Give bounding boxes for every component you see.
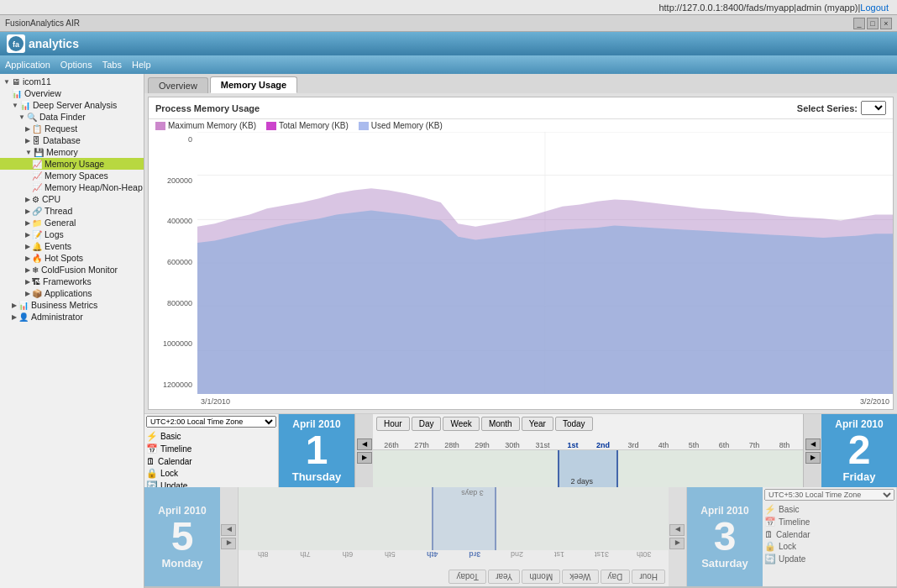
nav-month[interactable]: Month (481, 417, 520, 431)
sidebar-item-data-finder[interactable]: ▼ 🔍 Data Finder (0, 111, 144, 123)
sidebar-item-database[interactable]: ▶ 🗄 Database (0, 134, 144, 146)
sidebar-item-thread[interactable]: ▶ 🔗 Thread (0, 205, 144, 217)
air-title-bar: FusionAnalytics AIR _ □ × (0, 15, 897, 32)
nav-hour[interactable]: Hour (376, 417, 410, 431)
sidebar-label: Memory Heap/Non-Heap Summary (45, 182, 144, 192)
nav-week[interactable]: Week (443, 417, 479, 431)
sidebar-item-business-metrics[interactable]: ▶ 📊 Business Metrics (0, 299, 144, 311)
maximize-button[interactable]: □ (867, 18, 879, 29)
second-tool-update[interactable]: 🔄Update (764, 553, 894, 565)
timeline-bar-area[interactable]: 2 days (373, 450, 803, 487)
second-tool-lock[interactable]: 🔒Lock (764, 540, 894, 553)
logo-icon: fa (7, 34, 25, 53)
logout-link[interactable]: Logout (860, 3, 889, 13)
tick-31: 31st (527, 441, 558, 449)
close-button[interactable]: × (880, 18, 892, 29)
second-scroll-left[interactable]: ◀ (670, 538, 685, 549)
window-controls[interactable]: _ □ × (853, 18, 892, 29)
scroll-arrows-left[interactable]: ◀ ▶ (354, 414, 373, 487)
tool-calendar[interactable]: 🗓 Calendar (146, 455, 276, 467)
tool-lock[interactable]: 🔒 Lock (146, 467, 276, 480)
y-label-200000: 200000 (150, 176, 196, 185)
timezone-selector[interactable]: UTC+2:00 Local Time Zone (146, 416, 276, 428)
second-bar-area[interactable]: 3 days (239, 487, 669, 550)
scroll-right-arrow[interactable]: ▶ (357, 452, 372, 464)
second-range[interactable] (432, 487, 496, 550)
sidebar-label: Overview (24, 88, 61, 98)
sidebar-item-request[interactable]: ▶ 📋 Request (0, 123, 144, 134)
tab-overview[interactable]: Overview (148, 77, 208, 93)
second-scroll-right2[interactable]: ◀ (222, 538, 237, 549)
select-series-label: Select Series: (797, 103, 858, 113)
sidebar-item-frameworks[interactable]: ▶ 🏗 Frameworks (0, 276, 144, 287)
sidebar-label: Administrator (31, 312, 83, 322)
second-nav-today[interactable]: Today (448, 570, 486, 584)
second-nav-week[interactable]: Week (562, 570, 598, 584)
sidebar-item-memory-heap[interactable]: 📈 Memory Heap/Non-Heap Summary (0, 181, 144, 193)
second-nav-year[interactable]: Year (488, 570, 520, 584)
second-cal-left-dayname: Saturday (701, 557, 748, 570)
sidebar-item-events[interactable]: ▶ 🔔 Events (0, 240, 144, 252)
second-scroll-right[interactable]: ▶ (670, 524, 685, 536)
menu-tabs[interactable]: Tabs (102, 60, 122, 70)
calendar-left: April 2010 1 Thursday (279, 414, 354, 487)
nav-year[interactable]: Year (522, 417, 553, 431)
second-timezone-dropdown[interactable]: UTC+5:30 Local Time Zone (764, 489, 894, 501)
tick-5: 5th (679, 441, 709, 449)
second-nav-day[interactable]: Day (601, 570, 631, 584)
scroll-arrows-right[interactable]: ◀ ▶ (803, 414, 821, 487)
scroll-right-arrow2[interactable]: ▶ (805, 452, 821, 464)
timeline-main: Hour Day Week Month Year Today 26th 27th… (373, 414, 803, 487)
menu-application[interactable]: Application (5, 60, 50, 70)
second-tool-calendar[interactable]: 🗓Calendar (764, 528, 894, 540)
tool-basic[interactable]: ⚡ Basic (146, 430, 276, 443)
tool-update[interactable]: 🔄 Update (146, 480, 276, 487)
second-tool-basic[interactable]: ⚡Basic (764, 503, 894, 516)
second-tick-3: 3rd (454, 550, 496, 559)
minimize-button[interactable]: _ (853, 18, 865, 29)
second-nav-month[interactable]: Month (522, 570, 560, 584)
second-tick-2: 2nd (496, 550, 538, 559)
tick-3: 3rd (618, 441, 648, 449)
second-nav-hour[interactable]: Hour (632, 570, 665, 584)
sidebar-item-coldfusion[interactable]: ▶ ❄ ColdFusion Monitor (0, 264, 144, 276)
sidebar-item-cpu[interactable]: ▶ ⚙ CPU (0, 193, 144, 205)
second-tool-timeline[interactable]: 📅Timeline (764, 516, 894, 528)
scroll-left-arrow2[interactable]: ◀ (805, 438, 821, 450)
second-scroll-left2[interactable]: ▶ (222, 524, 237, 536)
sidebar-item-overview[interactable]: 📊 Overview (0, 87, 144, 99)
menu-help[interactable]: Help (132, 60, 151, 70)
timezone-tools-left: UTC+2:00 Local Time Zone ⚡ Basic 📅 Timel… (144, 414, 279, 487)
scroll-left-arrow[interactable]: ◀ (357, 438, 372, 450)
second-section: UTC+5:30 Local Time Zone ⚡Basic 📅Timelin… (144, 487, 897, 588)
timezone-dropdown[interactable]: UTC+2:00 Local Time Zone (146, 416, 276, 428)
sidebar-label: Memory (46, 147, 78, 157)
menu-options[interactable]: Options (60, 60, 92, 70)
legend-used-color (359, 122, 369, 130)
menu-bar: Application Options Tabs Help (0, 55, 897, 74)
sidebar-item-memory[interactable]: ▼ 💾 Memory (0, 146, 144, 158)
tool-timeline[interactable]: 📅 Timeline (146, 443, 276, 455)
tick-28: 28th (437, 441, 467, 449)
select-series-dropdown[interactable] (861, 101, 886, 115)
sidebar-label: Memory Usage (45, 159, 104, 169)
sidebar-item-deep-server[interactable]: ▼ 📊 Deep Server Analysis (0, 99, 144, 111)
second-timeline-main: Hour Day Week Month Year Today 30th 31st… (239, 487, 669, 586)
second-scroll-arrows-right[interactable]: ◀ ▶ (220, 487, 239, 586)
tab-memory-usage[interactable]: Memory Usage (210, 76, 297, 93)
second-scroll-arrows-left[interactable]: ◀ ▶ (669, 487, 687, 586)
tick-2: 2nd (588, 441, 618, 449)
second-tick-7: 7th (284, 550, 326, 559)
sidebar-item-memory-spaces[interactable]: 📈 Memory Spaces (0, 170, 144, 181)
sidebar-item-logs[interactable]: ▶ 📝 Logs (0, 228, 144, 240)
sidebar-item-memory-usage[interactable]: 📈 Memory Usage (0, 158, 144, 170)
nav-day[interactable]: Day (412, 417, 442, 431)
sidebar-item-icom11[interactable]: ▼ 🖥 icom11 (0, 76, 144, 87)
sidebar-item-applications[interactable]: ▶ 📦 Applications (0, 287, 144, 299)
sidebar-item-hotspots[interactable]: ▶ 🔥 Hot Spots (0, 252, 144, 264)
sidebar-item-general[interactable]: ▶ 📁 General (0, 217, 144, 228)
top-bar: http://127.0.0.1:8400/fads/myapp | admin… (0, 0, 897, 15)
chart-area: 1200000 1000000 800000 600000 400000 200… (149, 132, 893, 409)
sidebar-item-administrator[interactable]: ▶ 👤 Administrator (0, 311, 144, 323)
nav-today[interactable]: Today (555, 417, 593, 431)
